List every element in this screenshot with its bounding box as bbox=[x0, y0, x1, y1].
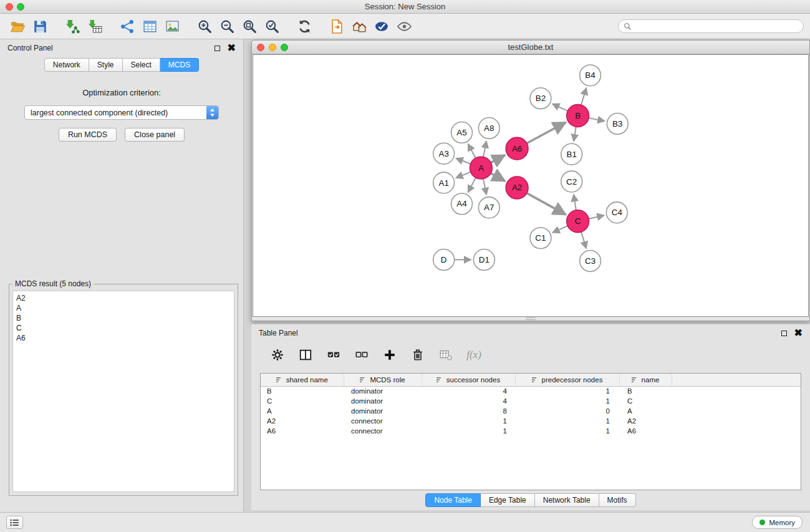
table-cell[interactable]: connector bbox=[344, 416, 422, 426]
graph-edge[interactable] bbox=[574, 127, 576, 141]
graph-node[interactable]: B4 bbox=[580, 65, 601, 86]
search-field[interactable] bbox=[618, 19, 804, 33]
graph-node[interactable]: A1 bbox=[433, 172, 455, 193]
table-cell[interactable]: 0 bbox=[515, 406, 619, 416]
tab-style[interactable]: Style bbox=[89, 58, 123, 72]
graph-node[interactable]: B3 bbox=[607, 114, 628, 135]
open-session-button[interactable] bbox=[6, 16, 29, 37]
graph-node[interactable]: A2 bbox=[506, 177, 528, 199]
table-cell[interactable]: A6 bbox=[261, 426, 344, 436]
table-cell[interactable]: 1 bbox=[515, 416, 619, 426]
table-cell[interactable]: dominator bbox=[344, 396, 422, 406]
zoom-selected-button[interactable] bbox=[261, 16, 283, 37]
table-cell[interactable]: A2 bbox=[261, 416, 344, 426]
export-image-button[interactable] bbox=[161, 16, 183, 37]
zoom-fit-button[interactable] bbox=[238, 16, 261, 37]
result-item[interactable]: C bbox=[13, 323, 234, 333]
graph-node[interactable]: A8 bbox=[478, 118, 499, 139]
import-network-button[interactable] bbox=[61, 16, 84, 37]
zoom-window-button[interactable] bbox=[17, 3, 24, 11]
select-all-columns-button[interactable] bbox=[325, 346, 342, 364]
task-history-button[interactable] bbox=[6, 516, 23, 529]
tab-select[interactable]: Select bbox=[123, 58, 160, 72]
graph-node[interactable]: A bbox=[470, 157, 492, 179]
memory-button[interactable]: Memory bbox=[752, 516, 803, 529]
graph-edge[interactable] bbox=[589, 215, 604, 218]
graph-node[interactable]: C4 bbox=[606, 202, 627, 223]
table-cell[interactable]: C bbox=[619, 396, 672, 406]
table-cell[interactable]: dominator bbox=[344, 386, 422, 396]
network-canvas[interactable]: AA1A2A3A4A5A6A7A8BB1B2B3B4CC1C2C3C4DD1 bbox=[253, 54, 809, 317]
show-graphics-details-button[interactable] bbox=[393, 16, 415, 37]
graph-edge[interactable] bbox=[491, 173, 505, 181]
validate-button[interactable] bbox=[370, 16, 393, 37]
graph-edge[interactable] bbox=[468, 144, 475, 158]
tab-node-table[interactable]: Node Table bbox=[425, 493, 481, 507]
table-cell[interactable]: 1 bbox=[515, 386, 619, 396]
close-window-button[interactable] bbox=[6, 3, 13, 11]
tab-mcds[interactable]: MCDS bbox=[160, 58, 199, 72]
table-float-panel-icon[interactable] bbox=[781, 331, 787, 336]
graph-node[interactable]: C1 bbox=[530, 228, 551, 249]
result-item[interactable]: A bbox=[13, 303, 234, 313]
open-document-button[interactable] bbox=[325, 16, 348, 37]
graph-edge[interactable] bbox=[483, 179, 486, 195]
unselect-all-columns-button[interactable] bbox=[353, 346, 370, 364]
table-cell[interactable]: B bbox=[261, 386, 344, 396]
graph-edge[interactable] bbox=[527, 122, 566, 143]
table-cell[interactable]: 1 bbox=[422, 426, 515, 436]
table-cell[interactable]: A2 bbox=[619, 416, 672, 426]
import-table-button[interactable] bbox=[84, 16, 106, 37]
new-table-button[interactable] bbox=[138, 16, 161, 37]
network-minimize-button[interactable] bbox=[269, 44, 276, 51]
column-header-successor-nodes[interactable]: successor nodes bbox=[422, 374, 515, 386]
criterion-dropdown[interactable]: largest connected component (directed) bbox=[24, 105, 219, 120]
create-column-button[interactable] bbox=[381, 346, 398, 364]
graph-node[interactable]: A7 bbox=[478, 197, 499, 218]
column-header-predecessor-nodes[interactable]: predecessor nodes bbox=[515, 374, 619, 386]
column-header-shared-name[interactable]: shared name bbox=[261, 374, 344, 386]
graph-edge[interactable] bbox=[468, 178, 476, 192]
graph-edge[interactable] bbox=[589, 118, 605, 121]
table-cell[interactable]: 1 bbox=[515, 426, 619, 436]
table-cell[interactable]: 1 bbox=[422, 416, 515, 426]
graph-edge[interactable] bbox=[527, 193, 566, 215]
graph-node[interactable]: C3 bbox=[580, 251, 601, 272]
graph-node[interactable]: D bbox=[433, 249, 455, 271]
tab-edge-table[interactable]: Edge Table bbox=[481, 493, 535, 507]
table-settings-button[interactable] bbox=[269, 346, 286, 364]
graph-node[interactable]: D1 bbox=[473, 249, 494, 271]
new-network-button[interactable] bbox=[116, 16, 138, 37]
table-cell[interactable]: A bbox=[261, 406, 344, 416]
save-session-button[interactable] bbox=[29, 16, 51, 37]
table-cell[interactable]: 8 bbox=[422, 406, 515, 416]
show-columns-button[interactable] bbox=[297, 346, 314, 364]
graph-edge[interactable] bbox=[491, 155, 505, 163]
table-cell[interactable]: A6 bbox=[619, 426, 672, 436]
result-item[interactable]: A6 bbox=[13, 333, 234, 343]
close-panel-button[interactable]: Close panel bbox=[125, 128, 185, 142]
table-cell[interactable]: 1 bbox=[515, 396, 619, 406]
window-resize-grip[interactable] bbox=[526, 317, 536, 320]
result-item[interactable]: A2 bbox=[13, 293, 234, 303]
graph-edge[interactable] bbox=[574, 195, 576, 210]
close-panel-icon[interactable]: ✖ bbox=[228, 45, 236, 51]
function-builder-button[interactable]: f(x) bbox=[465, 346, 483, 364]
table-cell[interactable]: A bbox=[619, 406, 672, 416]
tab-network[interactable]: Network bbox=[44, 58, 89, 72]
table-cell[interactable]: B bbox=[619, 386, 672, 396]
table-row[interactable]: Cdominator41C bbox=[261, 396, 801, 406]
delete-table-button[interactable] bbox=[437, 346, 455, 364]
graph-edge[interactable] bbox=[581, 88, 586, 105]
table-row[interactable]: Bdominator41B bbox=[261, 386, 801, 396]
graph-node[interactable]: B2 bbox=[530, 88, 551, 109]
table-cell[interactable]: 4 bbox=[422, 396, 515, 406]
delete-column-button[interactable] bbox=[409, 346, 427, 364]
graph-node[interactable]: C bbox=[567, 210, 589, 233]
refresh-view-button[interactable] bbox=[293, 16, 316, 37]
mcds-result-list[interactable]: A2ABCA6 bbox=[12, 291, 234, 492]
graph-edge[interactable] bbox=[483, 141, 486, 157]
zoom-out-button[interactable] bbox=[216, 16, 238, 37]
graph-node[interactable]: A3 bbox=[433, 143, 455, 164]
result-item[interactable]: B bbox=[13, 313, 234, 323]
